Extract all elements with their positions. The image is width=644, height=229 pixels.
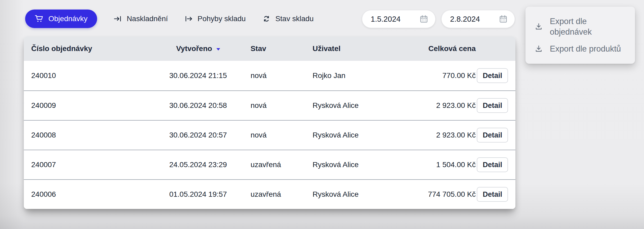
order-user: Rojko Jan (312, 71, 417, 80)
tab-label: Stav skladu (275, 15, 314, 23)
order-number: 240008 (31, 131, 146, 139)
order-status: nová (251, 71, 312, 80)
order-status: uzavřená (251, 161, 312, 169)
download-icon (534, 22, 543, 31)
column-header-celkova-cena[interactable]: Celková cena (418, 44, 476, 53)
tab-pohyby-skladu[interactable]: Pohyby skladu (184, 15, 246, 23)
cycle-icon (262, 15, 271, 23)
table-row: 240010 30.06.2024 21:15 nová Rojko Jan 7… (24, 61, 515, 90)
column-header-cislo-objednavky[interactable]: Číslo objednávky (31, 44, 146, 53)
table-row: 240006 01.05.2024 19:57 uzavřená Rysková… (24, 179, 515, 209)
order-total: 774 705.00 Kč (418, 190, 476, 199)
order-total: 1 504.00 Kč (418, 161, 476, 169)
top-navigation: Objednávky Naskladnění Pohyby skladu Sta… (25, 10, 314, 28)
order-created: 30.06.2024 20:57 (146, 131, 250, 139)
tab-naskladneni[interactable]: Naskladnění (114, 15, 168, 23)
table-row: 240007 24.05.2024 23:29 uzavřená Rysková… (24, 150, 515, 179)
table-row: 240008 30.06.2024 20:57 nová Rysková Ali… (24, 120, 515, 150)
order-user: Rysková Alice (312, 101, 417, 110)
tab-objednavky[interactable]: Objednávky (25, 10, 97, 28)
order-created: 30.06.2024 21:15 (146, 71, 250, 80)
order-created: 01.05.2024 19:57 (146, 190, 250, 199)
detail-button[interactable]: Detail (477, 157, 508, 172)
order-user: Rysková Alice (312, 161, 417, 169)
detail-button[interactable]: Detail (477, 128, 508, 143)
sort-desc-icon[interactable] (216, 48, 220, 51)
order-user: Rysková Alice (312, 190, 417, 199)
order-total: 770.00 Kč (418, 71, 476, 80)
order-number: 240009 (31, 101, 146, 110)
column-header-vytvoreno[interactable]: Vytvořeno (146, 44, 250, 53)
order-number: 240007 (31, 161, 146, 169)
detail-button[interactable]: Detail (477, 98, 508, 113)
export-orders-label: Export dle objednávek (550, 16, 626, 37)
calendar-icon[interactable] (419, 15, 428, 24)
detail-button[interactable]: Detail (477, 187, 508, 202)
order-status: nová (251, 101, 312, 110)
column-header-uzivatel[interactable]: Uživatel (312, 44, 417, 53)
order-created: 30.06.2024 20:58 (146, 101, 250, 110)
calendar-icon[interactable] (499, 15, 508, 24)
order-status: uzavřená (251, 190, 312, 199)
tab-label: Objednávky (48, 15, 88, 23)
export-products-button[interactable]: Export dle produktů (525, 40, 635, 57)
export-menu: Export dle objednávek Export dle produkt… (525, 7, 635, 64)
date-from-value: 1.5.2024 (371, 15, 401, 24)
order-user: Rysková Alice (312, 131, 417, 139)
arrow-out-of-bar-icon (184, 15, 193, 23)
tab-label: Pohyby skladu (198, 15, 246, 23)
orders-table: Číslo objednávky Vytvořeno Stav Uživatel… (24, 36, 515, 209)
table-row: 240009 30.06.2024 20:58 nová Rysková Ali… (24, 90, 515, 120)
column-header-label: Vytvořeno (176, 44, 212, 53)
order-total: 2 923.00 Kč (418, 101, 476, 110)
table-header-row: Číslo objednávky Vytvořeno Stav Uživatel… (24, 36, 515, 61)
order-number: 240006 (31, 190, 146, 199)
download-icon (534, 45, 543, 53)
export-orders-button[interactable]: Export dle objednávek (525, 13, 635, 40)
cart-icon (35, 14, 44, 23)
date-range-filter: 1.5.2024 2.8.2024 (362, 10, 515, 28)
arrow-into-bar-icon (114, 15, 122, 23)
date-to-input[interactable]: 2.8.2024 (441, 10, 515, 28)
order-total: 2 923.00 Kč (418, 131, 476, 139)
detail-button[interactable]: Detail (477, 68, 508, 83)
date-from-input[interactable]: 1.5.2024 (362, 10, 436, 28)
date-to-value: 2.8.2024 (450, 15, 480, 24)
column-header-stav[interactable]: Stav (251, 44, 312, 53)
tab-stav-skladu[interactable]: Stav skladu (262, 15, 314, 23)
order-created: 24.05.2024 23:29 (146, 161, 250, 169)
tab-label: Naskladnění (127, 15, 168, 23)
order-number: 240010 (31, 71, 146, 80)
order-status: nová (251, 131, 312, 139)
export-products-label: Export dle produktů (550, 44, 621, 54)
